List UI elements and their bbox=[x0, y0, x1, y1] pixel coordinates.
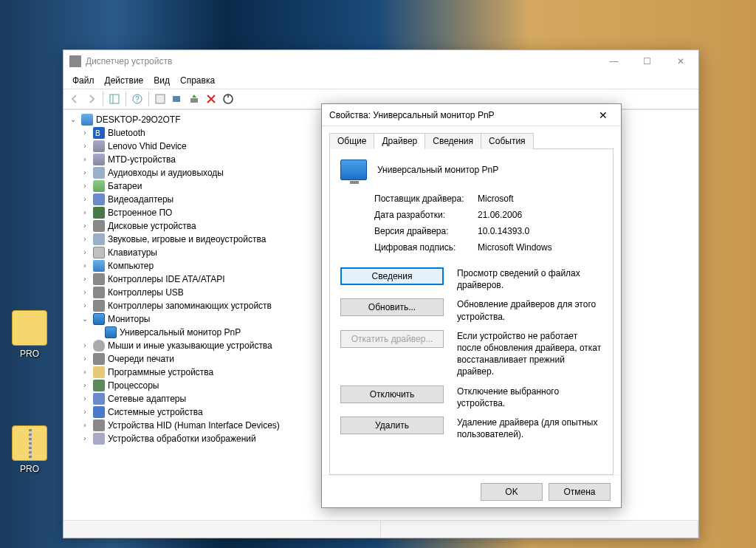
tree-node-label: Звуковые, игровые и видеоустройства bbox=[108, 233, 266, 246]
menubar: Файл Действие Вид Справка bbox=[63, 72, 698, 89]
toolbar-forward[interactable] bbox=[83, 91, 100, 107]
menu-view[interactable]: Вид bbox=[149, 74, 174, 87]
i-mouse-icon bbox=[93, 340, 105, 352]
driver-action-button[interactable]: Отключить bbox=[340, 386, 444, 403]
menu-help[interactable]: Справка bbox=[176, 74, 219, 87]
info-value: 10.0.14393.0 bbox=[478, 226, 602, 236]
tree-node-label: Bluetooth bbox=[108, 126, 145, 140]
expand-icon[interactable]: › bbox=[80, 261, 90, 271]
expand-icon[interactable]: › bbox=[80, 287, 90, 298]
expand-icon[interactable]: › bbox=[80, 434, 90, 444]
i-disk-icon bbox=[93, 300, 105, 312]
i-usb-icon bbox=[93, 287, 105, 298]
tree-node-label: Контроллеры IDE ATA/ATAPI bbox=[108, 273, 225, 286]
dialog-tabs: ОбщиеДрайверСведенияСобытия bbox=[329, 132, 614, 149]
tree-node-label: Универсальный монитор PnP bbox=[120, 326, 241, 339]
expand-icon[interactable]: › bbox=[80, 340, 90, 351]
info-label: Дата разработки: bbox=[374, 210, 478, 220]
properties-dialog: Свойства: Универсальный монитор PnP ✕ Об… bbox=[321, 103, 622, 508]
expand-icon[interactable]: › bbox=[80, 168, 90, 178]
driver-action-button[interactable]: Обновить... bbox=[340, 298, 444, 316]
toolbar-properties[interactable] bbox=[152, 91, 168, 107]
tab-драйвер[interactable]: Драйвер bbox=[374, 133, 425, 149]
tree-node-label: Контроллеры запоминающих устройств bbox=[108, 299, 272, 312]
maximize-button[interactable]: ☐ bbox=[630, 51, 664, 72]
expand-icon[interactable]: › bbox=[80, 380, 90, 391]
info-label: Цифровая подпись: bbox=[374, 242, 478, 253]
expand-icon[interactable]: › bbox=[80, 181, 90, 191]
desktop-icon-zip[interactable]: PRO bbox=[7, 425, 52, 474]
toolbar-show-hide-tree[interactable] bbox=[106, 91, 123, 107]
i-cpu-icon bbox=[93, 380, 105, 391]
i-mon-icon bbox=[105, 326, 117, 338]
expand-icon[interactable]: › bbox=[80, 394, 90, 404]
info-label: Версия драйвера: bbox=[374, 226, 478, 236]
driver-action-button[interactable]: Сведения bbox=[340, 267, 444, 285]
svg-rect-6 bbox=[190, 98, 198, 103]
toolbar-help[interactable]: ? bbox=[129, 91, 145, 107]
window-title: Диспетчер устройств bbox=[86, 56, 597, 66]
expand-icon[interactable]: › bbox=[80, 154, 90, 165]
driver-actions: СведенияПросмотр сведений о файлах драйв… bbox=[340, 267, 602, 440]
expand-icon[interactable]: › bbox=[80, 234, 90, 244]
menu-file[interactable]: Файл bbox=[68, 74, 99, 87]
svg-rect-0 bbox=[110, 95, 119, 103]
i-dev-icon bbox=[93, 154, 105, 165]
folder-icon bbox=[12, 310, 47, 346]
expand-icon[interactable]: › bbox=[80, 301, 90, 311]
minimize-button[interactable]: — bbox=[597, 51, 630, 72]
expand-icon[interactable]: › bbox=[80, 407, 90, 417]
dialog-titlebar[interactable]: Свойства: Универсальный монитор PnP ✕ bbox=[322, 104, 621, 126]
expand-icon[interactable]: › bbox=[80, 274, 90, 284]
expand-icon[interactable]: › bbox=[80, 208, 90, 218]
driver-info-grid: Поставщик драйвера:MicrosoftДата разрабо… bbox=[374, 193, 602, 253]
tree-node-label: Клавиатуры bbox=[108, 246, 157, 259]
expand-icon[interactable]: ⌄ bbox=[80, 314, 90, 324]
expand-icon[interactable]: › bbox=[80, 247, 90, 258]
desktop-icon-folder[interactable]: PRO bbox=[7, 310, 52, 359]
toolbar-back[interactable] bbox=[66, 91, 83, 107]
expand-icon[interactable]: › bbox=[80, 420, 90, 431]
tab-сведения[interactable]: Сведения bbox=[425, 133, 481, 149]
i-kbd-icon bbox=[93, 247, 105, 258]
toolbar-update-driver[interactable] bbox=[186, 91, 202, 107]
tab-общие[interactable]: Общие bbox=[329, 133, 374, 149]
titlebar[interactable]: Диспетчер устройств — ☐ ✕ bbox=[63, 50, 698, 72]
dialog-close-button[interactable]: ✕ bbox=[588, 105, 618, 126]
toolbar-disable[interactable] bbox=[220, 91, 236, 107]
i-sys-icon bbox=[93, 406, 105, 418]
toolbar-scan[interactable] bbox=[169, 91, 185, 107]
tree-node-label: Мониторы bbox=[108, 312, 150, 326]
cancel-button[interactable]: Отмена bbox=[549, 483, 611, 501]
tree-node-label: Батареи bbox=[108, 179, 142, 193]
info-label: Поставщик драйвера: bbox=[374, 193, 478, 204]
action-description: Просмотр сведений о файлах драйверов. bbox=[457, 267, 602, 291]
tree-node-label: Встроенное ПО bbox=[108, 206, 172, 219]
desktop-icon-label: PRO bbox=[7, 464, 52, 474]
expand-icon[interactable]: › bbox=[80, 194, 90, 205]
svg-rect-5 bbox=[173, 96, 180, 102]
menu-action[interactable]: Действие bbox=[100, 74, 148, 87]
expand-icon[interactable]: › bbox=[80, 221, 90, 231]
i-img-icon bbox=[93, 433, 105, 445]
collapse-icon[interactable]: ⌄ bbox=[68, 114, 78, 125]
i-sw-icon bbox=[93, 366, 105, 378]
toolbar-uninstall[interactable] bbox=[203, 91, 219, 107]
expand-icon[interactable]: › bbox=[80, 128, 90, 138]
desktop-icon-label: PRO bbox=[7, 349, 52, 359]
driver-action-button[interactable]: Удалить bbox=[340, 417, 444, 434]
expand-icon[interactable]: › bbox=[80, 367, 90, 377]
expand-icon[interactable]: › bbox=[80, 141, 90, 151]
dialog-title: Свойства: Универсальный монитор PnP bbox=[329, 110, 588, 120]
monitor-icon bbox=[340, 160, 367, 180]
expand-icon[interactable]: › bbox=[80, 354, 90, 364]
info-value: 21.06.2006 bbox=[478, 210, 602, 220]
close-button[interactable]: ✕ bbox=[664, 51, 697, 72]
svg-text:?: ? bbox=[135, 95, 140, 103]
ok-button[interactable]: OK bbox=[481, 483, 543, 501]
i-disk-icon bbox=[93, 220, 105, 232]
i-batt-icon bbox=[93, 180, 105, 192]
i-bt-icon bbox=[93, 127, 105, 139]
tab-события[interactable]: События bbox=[481, 133, 534, 149]
i-pc-icon bbox=[93, 260, 105, 272]
